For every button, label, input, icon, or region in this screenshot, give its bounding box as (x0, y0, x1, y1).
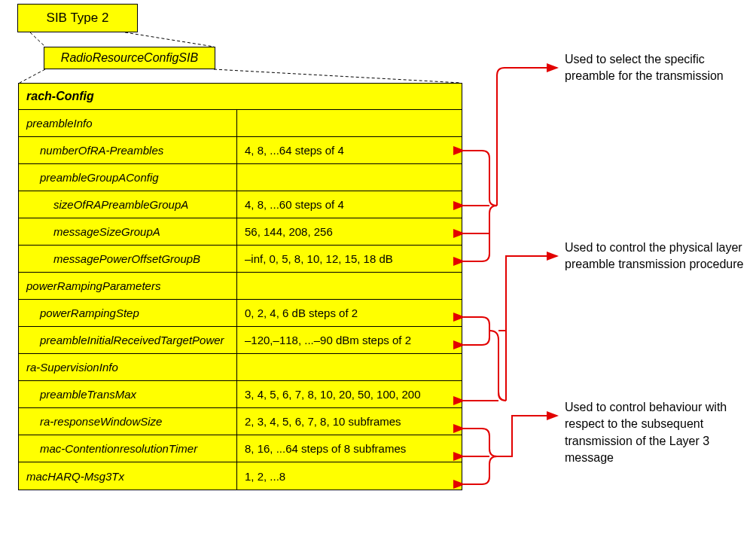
param-label: macHARQ-Msg3Tx (19, 462, 237, 490)
table-rows: preambleInfonumberOfRA-Preambles4, 8, ..… (19, 110, 462, 490)
sib-title: SIB Type 2 (47, 11, 109, 26)
rrc-config-box: RadioResourceConfigSIB (44, 47, 215, 69)
param-label: powerRampingStep (19, 300, 237, 326)
svg-line-2 (125, 32, 214, 47)
param-value: 3, 4, 5, 6, 7, 8, 10, 20, 50, 100, 200 (237, 381, 462, 407)
param-label: powerRampingParameters (19, 273, 237, 299)
table-row: ra-SupervisionInfo (19, 354, 462, 381)
svg-line-3 (20, 69, 45, 83)
table-row: sizeOfRAPreambleGroupA4, 8, ...60 steps … (19, 191, 462, 218)
param-value: 2, 3, 4, 5, 6, 7, 8, 10 subframes (237, 408, 462, 435)
table-row: ra-responseWindowSize2, 3, 4, 5, 6, 7, 8… (19, 408, 462, 435)
param-label: ra-responseWindowSize (19, 408, 237, 435)
table-row: powerRampingParameters (19, 273, 462, 300)
table-row: messagePowerOffsetGroupB–inf, 0, 5, 8, 1… (19, 246, 462, 273)
table-row: preambleInitialReceivedTargetPower–120,–… (19, 327, 462, 354)
sib-type-box: SIB Type 2 (17, 4, 138, 32)
table-row: numberOfRA-Preambles4, 8, ...64 steps of… (19, 137, 462, 164)
param-label: mac-ContentionresolutionTimer (19, 435, 237, 462)
table-row: preambleInfo (19, 110, 462, 137)
annotation-phy-layer: Used to control the physical layer pream… (565, 239, 745, 273)
param-value (237, 354, 462, 380)
param-value: 4, 8, ...64 steps of 4 (237, 137, 462, 163)
table-row: messageSizeGroupA56, 144, 208, 256 (19, 218, 462, 246)
table-row: macHARQ-Msg3Tx1, 2, ...8 (19, 462, 462, 490)
param-label: messageSizeGroupA (19, 218, 237, 245)
param-value (237, 164, 462, 191)
param-label: messagePowerOffsetGroupB (19, 246, 237, 272)
param-value: –120,–118, ...–90 dBm steps of 2 (237, 327, 462, 353)
table-row: preambleGroupAConfig (19, 164, 462, 191)
param-label: numberOfRA-Preambles (19, 137, 237, 163)
param-value: 1, 2, ...8 (237, 462, 462, 490)
svg-line-4 (214, 69, 461, 83)
table-header: rach-Config (19, 84, 462, 110)
param-label: preambleTransMax (19, 381, 237, 407)
param-label: preambleInitialReceivedTargetPower (19, 327, 237, 353)
table-row: powerRampingStep0, 2, 4, 6 dB steps of 2 (19, 300, 462, 327)
table-row: mac-ContentionresolutionTimer8, 16, ...6… (19, 435, 462, 462)
annotation-preamble-select: Used to select the specific preamble for… (565, 51, 745, 85)
rach-config-table: rach-Config preambleInfonumberOfRA-Pream… (18, 83, 462, 490)
param-label: sizeOfRAPreambleGroupA (19, 191, 237, 218)
param-value: 4, 8, ...60 steps of 4 (237, 191, 462, 218)
param-label: preambleGroupAConfig (19, 164, 237, 191)
param-value: 8, 16, ...64 steps of 8 subframes (237, 435, 462, 462)
param-label: ra-SupervisionInfo (19, 354, 237, 380)
param-value: 56, 144, 208, 256 (237, 218, 462, 245)
param-value: 0, 2, 4, 6 dB steps of 2 (237, 300, 462, 326)
param-value (237, 110, 462, 136)
param-label: preambleInfo (19, 110, 237, 136)
param-value (237, 273, 462, 299)
param-value: –inf, 0, 5, 8, 10, 12, 15, 18 dB (237, 246, 462, 272)
rrc-title: RadioResourceConfigSIB (61, 51, 198, 65)
annotation-layer3: Used to control behaviour with respect t… (565, 399, 745, 467)
table-row: preambleTransMax3, 4, 5, 6, 7, 8, 10, 20… (19, 381, 462, 408)
svg-line-1 (30, 32, 45, 47)
